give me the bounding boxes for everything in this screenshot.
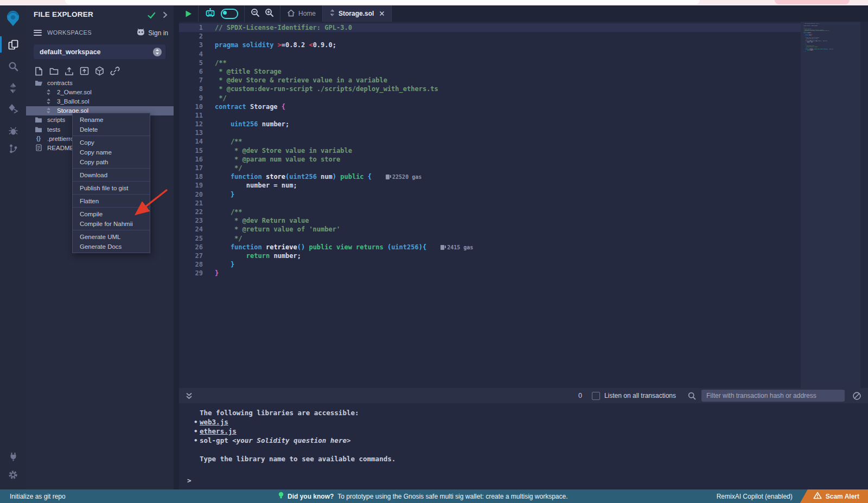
sidebar-item-settings[interactable] xyxy=(0,466,26,483)
line-number: 15 xyxy=(179,146,203,155)
menu-item-copy-name[interactable]: Copy name xyxy=(73,147,150,157)
line-number: 23 xyxy=(179,216,203,225)
sign-in-button[interactable]: Sign in xyxy=(136,28,168,37)
menu-item-rename[interactable]: Rename xyxy=(73,115,150,125)
workspaces-menu-icon[interactable] xyxy=(34,30,42,36)
menu-item-generate-uml[interactable]: Generate UML xyxy=(73,232,150,242)
code-line-15: 15 * @dev Store value in variable xyxy=(179,146,801,155)
line-number: 6 xyxy=(179,67,203,76)
sidebar-item-plugin-manager[interactable] xyxy=(0,448,26,465)
menu-item-download[interactable]: Download xyxy=(73,170,150,180)
tree-item-label: contracts xyxy=(47,80,73,86)
line-number: 27 xyxy=(179,252,203,260)
tree-item-contracts[interactable]: contracts xyxy=(26,78,174,87)
upload-folder-icon[interactable] xyxy=(78,65,91,77)
copilot-toggle[interactable] xyxy=(221,9,238,19)
line-number: 25 xyxy=(179,234,203,243)
menu-item-publish-file-to-gist[interactable]: Publish file to gist xyxy=(73,183,150,193)
tab-home[interactable]: Home xyxy=(280,5,323,22)
editor-code[interactable]: 1// SPDX-License-Identifier: GPL-3.023pr… xyxy=(179,22,868,278)
tree-item-2-owner-sol[interactable]: 2_Owner.sol xyxy=(26,87,174,96)
sidebar-item-search[interactable] xyxy=(0,57,26,75)
tree-item-3-ballot-sol[interactable]: 3_Ballot.sol xyxy=(26,96,174,106)
sidebar-item-deploy-and-run[interactable] xyxy=(0,100,26,117)
code-line-3: 3pragma solidity >=0.8.2 <0.9.0; xyxy=(179,41,801,49)
terminal-prompt[interactable]: > xyxy=(187,476,192,485)
git-init-button[interactable]: Initialize as git repo xyxy=(10,489,66,503)
github-icon xyxy=(136,28,145,37)
terminal-link[interactable]: ethers.js xyxy=(200,427,237,435)
menu-item-delete[interactable]: Delete xyxy=(73,125,150,134)
run-script-button[interactable] xyxy=(179,5,199,22)
terminal-search-icon[interactable] xyxy=(688,392,696,400)
terminal-header: 0 Listen on all transactions xyxy=(179,388,868,403)
solidity-icon xyxy=(44,89,53,95)
solidity-file-icon xyxy=(329,9,335,18)
new-file-icon[interactable] xyxy=(33,65,45,77)
ai-robot-icon[interactable] xyxy=(205,8,216,20)
terminal-lib-ethers-js: • ethers.js xyxy=(200,427,395,436)
copilot-status[interactable]: RemixAI Copilot (enabled) xyxy=(717,493,793,500)
menu-item-flatten[interactable]: Flatten xyxy=(73,196,150,206)
sidebar-item-debugger[interactable] xyxy=(0,122,26,140)
workspaces-label: WORKSPACES xyxy=(47,29,92,36)
did-you-know-tip: Did you know? To prototype using the Gno… xyxy=(278,489,568,503)
menu-item-compile[interactable]: Compile xyxy=(73,209,150,219)
line-number: 1 xyxy=(179,23,203,32)
line-number: 3 xyxy=(179,41,203,49)
scam-alert-label: Scam Alert xyxy=(826,493,859,500)
code-editor[interactable]: 1// SPDX-License-Identifier: GPL-3.023pr… xyxy=(179,22,868,388)
workspace-name: default_workspace xyxy=(40,48,101,56)
code-line-14: 14 /** xyxy=(179,137,801,146)
code-line-21: 21 xyxy=(179,199,801,208)
tab-home-label: Home xyxy=(298,10,316,17)
new-folder-icon[interactable] xyxy=(48,65,60,77)
ipfs-cube-icon[interactable] xyxy=(93,65,106,77)
code-line-7: 7 * @dev Store & retrieve value in a var… xyxy=(179,76,801,85)
transaction-filter-input[interactable] xyxy=(701,390,845,402)
terminal-link[interactable]: web3.js xyxy=(200,418,228,426)
listen-all-checkbox[interactable] xyxy=(592,392,600,400)
zoom-in-icon[interactable] xyxy=(265,8,274,20)
terminal-intro: The following libraries are accessible: xyxy=(200,408,395,417)
zoom-out-icon[interactable] xyxy=(251,8,260,20)
terminal-lib-sol-gpt: • sol-gpt <your Solidity question here> xyxy=(200,436,395,445)
workspace-select[interactable]: default_workspace xyxy=(34,44,165,59)
code-line-8: 8 * @custom:dev-run-script ./scripts/dep… xyxy=(179,85,801,93)
clear-console-icon[interactable] xyxy=(852,391,861,401)
line-number: 11 xyxy=(179,111,203,120)
editor-minimap[interactable]: // SPDX-License-Identifier: GPL-3.0pragm… xyxy=(801,22,860,388)
remix-logo-icon[interactable] xyxy=(0,7,26,31)
code-line-13: 13 xyxy=(179,128,801,137)
gas-estimate: 2415 gas xyxy=(441,244,473,250)
terminal-output: The following libraries are accessible:•… xyxy=(200,408,395,463)
sidebar-item-git[interactable] xyxy=(0,140,26,157)
menu-item-copy[interactable]: Copy xyxy=(73,138,150,147)
upload-file-icon[interactable] xyxy=(63,65,75,77)
menu-item-generate-docs[interactable]: Generate Docs xyxy=(73,242,150,252)
terminal[interactable]: The following libraries are accessible:•… xyxy=(179,403,868,489)
line-number: 16 xyxy=(179,155,203,164)
menu-item-compile-for-nahmii[interactable]: Compile for Nahmii xyxy=(73,219,150,229)
tab-storage-sol[interactable]: Storage.sol xyxy=(323,5,392,22)
menu-item-copy-path[interactable]: Copy path xyxy=(73,157,150,167)
link-icon[interactable] xyxy=(108,65,121,77)
line-number: 20 xyxy=(179,190,203,199)
solidity-icon xyxy=(44,107,53,114)
accept-check-icon[interactable] xyxy=(148,11,156,21)
scam-alert-button[interactable]: Scam Alert xyxy=(800,489,868,503)
sidebar-item-solidity-compiler[interactable] xyxy=(0,79,26,96)
code-line-6: 6 * @title Storage xyxy=(179,67,801,76)
code-line-11: 11 xyxy=(179,111,801,120)
line-number: 24 xyxy=(179,225,203,234)
close-tab-icon[interactable] xyxy=(379,11,385,16)
code-line-27: 27 return number; xyxy=(179,252,801,260)
sidebar-item-file-explorer[interactable] xyxy=(0,36,26,53)
line-number: 2 xyxy=(179,32,203,41)
panel-forward-icon[interactable] xyxy=(163,11,168,21)
remix-ide-screen: FILE EXPLORER WORKSPACES Sign in default… xyxy=(0,0,868,503)
gas-pump-icon xyxy=(386,175,390,179)
terminal-collapse-icon[interactable] xyxy=(186,392,193,400)
line-number: 12 xyxy=(179,120,203,128)
line-number: 5 xyxy=(179,59,203,67)
